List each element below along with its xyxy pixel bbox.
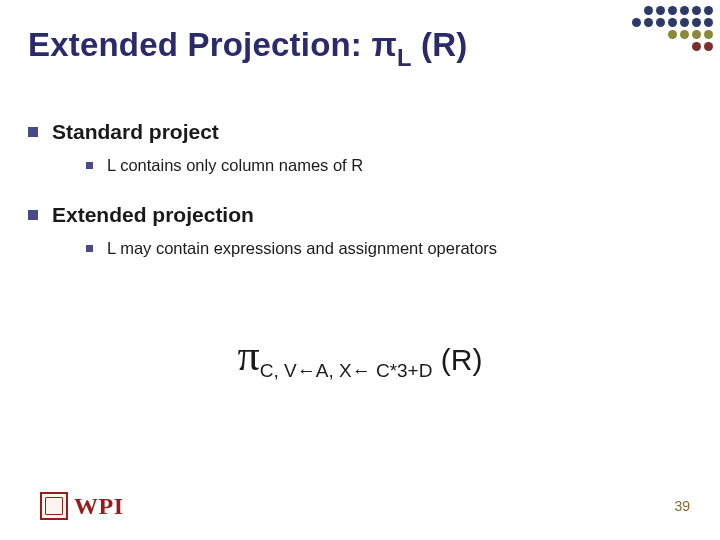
pi-symbol: π: [238, 331, 260, 380]
heading-text: Standard project: [52, 120, 219, 144]
arrow-icon: ←: [297, 360, 316, 381]
bullet-icon: [86, 245, 93, 252]
title-subscript: L: [397, 44, 412, 71]
bullet-icon: [28, 210, 38, 220]
page-number: 39: [674, 498, 690, 514]
corner-decoration: [632, 6, 714, 52]
logo-text: WPI: [74, 493, 124, 520]
bullet-icon: [86, 162, 93, 169]
title-suffix: (R): [412, 26, 468, 63]
section-heading-2: Extended projection: [28, 203, 692, 227]
section-item-1: L contains only column names of R: [86, 156, 692, 175]
heading-text: Extended projection: [52, 203, 254, 227]
logo: WPI: [40, 492, 124, 520]
title-prefix: Extended Projection: π: [28, 26, 397, 63]
formula: πC, V←A, X← C*3+D (R): [0, 330, 720, 382]
item-text: L may contain expressions and assignment…: [107, 239, 497, 258]
arrow-icon: ←: [352, 360, 371, 381]
formula-sub: C, V←A, X← C*3+D: [260, 360, 433, 381]
section-heading-1: Standard project: [28, 120, 692, 144]
section-item-2: L may contain expressions and assignment…: [86, 239, 692, 258]
bullet-icon: [28, 127, 38, 137]
formula-tail: (R): [432, 343, 482, 376]
slide-title: Extended Projection: πL (R): [28, 26, 467, 70]
logo-seal-icon: [40, 492, 68, 520]
content-area: Standard project L contains only column …: [28, 120, 692, 286]
item-text: L contains only column names of R: [107, 156, 363, 175]
